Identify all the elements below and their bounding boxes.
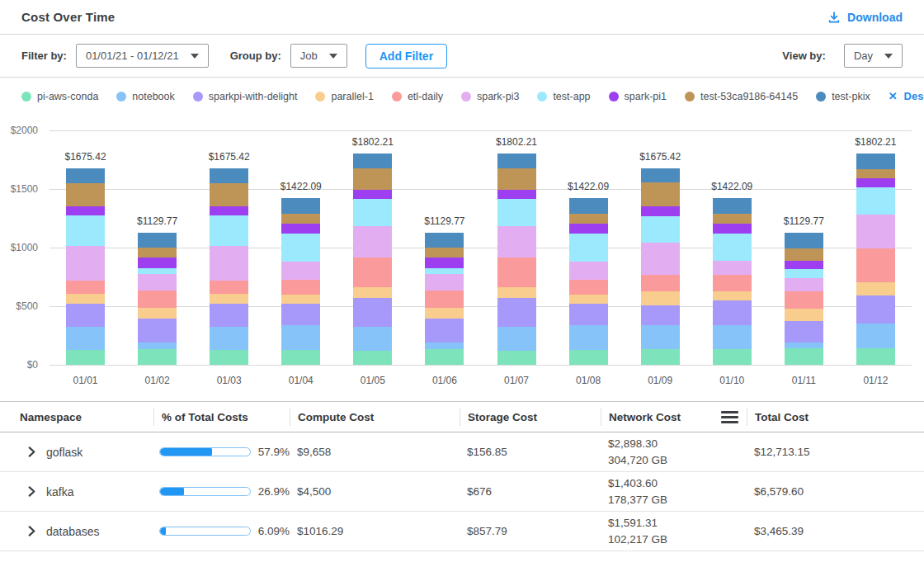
bar-segment-test-pkix[interactable] (569, 198, 608, 214)
download-button[interactable]: Download (827, 11, 903, 24)
legend-item-test-app[interactable]: test-app (537, 91, 590, 102)
bar-segment-test-53ca9186-64145[interactable] (569, 214, 608, 224)
group-by-select[interactable]: Job (290, 44, 347, 68)
bar-segment-sparkpi-with-delight[interactable] (785, 321, 823, 343)
bar-01/07[interactable] (497, 154, 536, 365)
chevron-right-icon[interactable] (27, 447, 36, 457)
bar-segment-spark-pi3[interactable] (210, 246, 248, 281)
bar-segment-test-53ca9186-64145[interactable] (641, 182, 680, 206)
bar-segment-test-53ca9186-64145[interactable] (856, 169, 895, 178)
bar-segment-test-pkix[interactable] (353, 154, 392, 168)
bar-segment-sparkpi-with-delight[interactable] (353, 298, 392, 326)
bar-segment-test-pkix[interactable] (138, 233, 177, 248)
bar-segment-spark-pi3[interactable] (281, 262, 320, 281)
bar-segment-test-53ca9186-64145[interactable] (785, 248, 823, 260)
bar-segment-pi-aws-conda[interactable] (569, 350, 608, 365)
bar-segment-spark-pi3[interactable] (785, 278, 823, 291)
bar-segment-notebook[interactable] (641, 325, 680, 349)
bar-segment-spark-pi1[interactable] (497, 190, 536, 199)
bar-segment-pi-aws-conda[interactable] (66, 350, 105, 365)
bar-01/06[interactable] (425, 233, 464, 365)
bar-segment-spark-pi3[interactable] (497, 226, 536, 258)
chevron-right-icon[interactable] (27, 486, 36, 497)
bar-segment-sparkpi-with-delight[interactable] (497, 298, 536, 326)
bar-segment-spark-pi1[interactable] (210, 206, 248, 215)
bar-segment-sparkpi-with-delight[interactable] (138, 319, 177, 343)
bar-segment-test-53ca9186-64145[interactable] (353, 168, 392, 190)
view-by-select[interactable]: Day (844, 44, 903, 68)
bar-01/04[interactable] (281, 198, 320, 365)
bar-segment-spark-pi1[interactable] (281, 224, 320, 234)
bar-segment-test-pkix[interactable] (785, 233, 823, 249)
bar-segment-pi-aws-conda[interactable] (497, 351, 536, 365)
bar-segment-etl-daily[interactable] (66, 281, 105, 295)
bar-segment-sparkpi-with-delight[interactable] (856, 295, 895, 324)
bar-segment-etl-daily[interactable] (425, 291, 464, 308)
bar-segment-test-pkix[interactable] (641, 168, 680, 182)
bar-segment-spark-pi1[interactable] (785, 261, 823, 270)
bar-segment-spark-pi1[interactable] (713, 224, 752, 234)
add-filter-button[interactable]: Add Filter (365, 44, 447, 69)
bar-01/05[interactable] (353, 154, 392, 365)
bar-segment-test-app[interactable] (856, 187, 895, 215)
bar-segment-etl-daily[interactable] (856, 248, 895, 282)
bar-01/10[interactable] (713, 198, 752, 365)
bar-segment-test-app[interactable] (425, 268, 464, 274)
bar-segment-etl-daily[interactable] (497, 258, 536, 287)
bar-segment-parallel-1[interactable] (713, 291, 752, 301)
bar-segment-etl-daily[interactable] (641, 275, 680, 291)
bar-segment-etl-daily[interactable] (785, 291, 823, 309)
bar-01/12[interactable] (856, 154, 895, 365)
legend-item-parallel-1[interactable]: parallel-1 (315, 91, 373, 102)
bar-segment-notebook[interactable] (210, 327, 248, 350)
bar-segment-test-53ca9186-64145[interactable] (713, 214, 752, 224)
bar-segment-parallel-1[interactable] (66, 294, 105, 303)
bar-01/08[interactable] (569, 198, 608, 365)
bar-01/09[interactable] (641, 168, 680, 365)
bar-segment-sparkpi-with-delight[interactable] (641, 305, 680, 325)
bar-segment-sparkpi-with-delight[interactable] (66, 304, 105, 327)
bar-segment-test-app[interactable] (281, 234, 320, 262)
bar-segment-pi-aws-conda[interactable] (785, 348, 823, 365)
bar-segment-spark-pi1[interactable] (641, 206, 680, 216)
bar-segment-parallel-1[interactable] (210, 294, 248, 303)
bar-segment-pi-aws-conda[interactable] (641, 349, 680, 365)
bar-segment-spark-pi1[interactable] (569, 224, 608, 234)
deselect-all-button[interactable]: ✕ Deselect All (889, 90, 924, 102)
legend-item-spark-pi1[interactable]: spark-pi1 (609, 91, 667, 102)
bar-segment-spark-pi3[interactable] (569, 262, 608, 281)
bar-segment-test-53ca9186-64145[interactable] (66, 183, 105, 207)
bar-segment-test-pkix[interactable] (497, 154, 536, 168)
bar-segment-etl-daily[interactable] (210, 281, 248, 295)
bar-01/02[interactable] (138, 233, 177, 365)
bar-segment-test-app[interactable] (785, 269, 823, 278)
bar-segment-etl-daily[interactable] (569, 280, 608, 295)
bar-segment-pi-aws-conda[interactable] (138, 349, 177, 365)
bar-segment-notebook[interactable] (497, 327, 536, 351)
legend-item-sparkpi-with-delight[interactable]: sparkpi-with-delight (193, 91, 298, 102)
bar-segment-etl-daily[interactable] (353, 258, 392, 287)
bar-segment-test-app[interactable] (713, 234, 752, 261)
legend-item-etl-daily[interactable]: etl-daily (392, 91, 443, 102)
bar-segment-test-53ca9186-64145[interactable] (497, 168, 536, 190)
bar-segment-test-pkix[interactable] (713, 198, 752, 214)
legend-item-test-53ca9186-64145[interactable]: test-53ca9186-64145 (685, 91, 798, 102)
bar-segment-test-pkix[interactable] (66, 168, 105, 183)
bar-01/03[interactable] (210, 168, 248, 365)
legend-item-pi-aws-conda[interactable]: pi-aws-conda (21, 91, 98, 102)
bar-segment-pi-aws-conda[interactable] (856, 348, 895, 365)
bar-segment-test-app[interactable] (569, 234, 608, 262)
bar-segment-etl-daily[interactable] (281, 280, 320, 295)
bar-segment-spark-pi3[interactable] (425, 274, 464, 291)
bar-segment-notebook[interactable] (138, 343, 177, 349)
bar-segment-test-app[interactable] (641, 216, 680, 243)
bar-segment-spark-pi1[interactable] (66, 206, 105, 215)
legend-item-spark-pi3[interactable]: spark-pi3 (461, 91, 519, 102)
legend-item-notebook[interactable]: notebook (116, 91, 174, 102)
bar-segment-test-app[interactable] (210, 215, 248, 246)
bar-segment-sparkpi-with-delight[interactable] (713, 300, 752, 324)
bar-segment-sparkpi-with-delight[interactable] (210, 304, 248, 327)
bar-segment-notebook[interactable] (66, 327, 105, 350)
bar-segment-parallel-1[interactable] (281, 295, 320, 304)
bar-segment-parallel-1[interactable] (856, 282, 895, 295)
